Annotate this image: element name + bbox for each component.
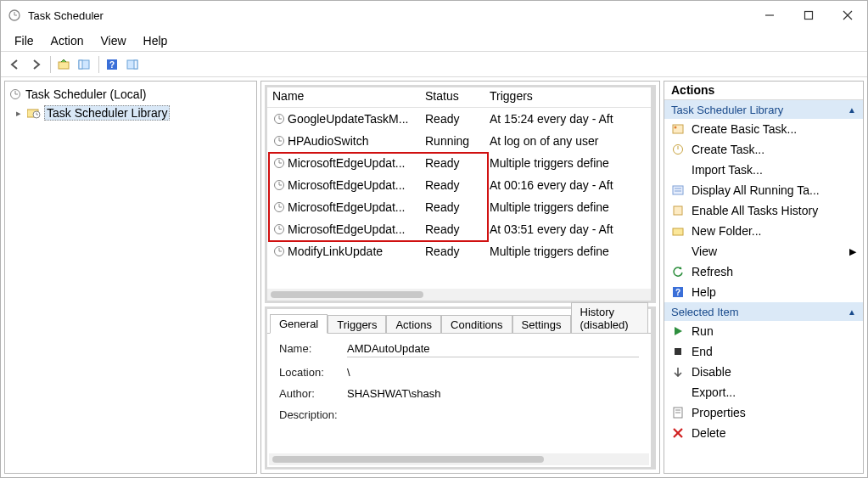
clock-icon: [272, 112, 286, 126]
value-name: AMDAutoUpdate: [347, 342, 639, 357]
minimize-button[interactable]: [750, 3, 789, 28]
body: Task Scheduler (Local) ▸ Task Scheduler …: [1, 77, 867, 477]
action-delete[interactable]: Delete: [664, 423, 863, 443]
svg-rect-49: [674, 206, 682, 215]
task-trigger: Multiple triggers define: [484, 200, 651, 214]
tab-settings[interactable]: Settings: [512, 315, 571, 334]
tab-general-body: Name: AMDAutoUpdate Location: \ Author: …: [267, 333, 651, 467]
svg-rect-46: [673, 186, 683, 194]
col-triggers[interactable]: Triggers: [484, 87, 651, 107]
hscrollbar[interactable]: [267, 289, 651, 301]
action-view[interactable]: View▶: [664, 241, 863, 261]
svg-rect-4: [805, 12, 813, 20]
action-display-running[interactable]: Display All Running Ta...: [664, 180, 863, 200]
center-pane: Name Status Triggers GoogleUpdateTaskM..…: [260, 81, 660, 474]
value-location: \: [347, 366, 639, 379]
svg-rect-13: [134, 60, 137, 69]
show-hide-tree-button[interactable]: [75, 55, 93, 74]
svg-text:?: ?: [675, 288, 680, 297]
action-properties[interactable]: Properties: [664, 402, 863, 423]
help-button[interactable]: ?: [103, 55, 121, 74]
value-description: [347, 408, 639, 421]
label-description: Description:: [279, 408, 347, 421]
maximize-button[interactable]: [789, 3, 828, 28]
menu-action[interactable]: Action: [42, 31, 92, 50]
task-row[interactable]: ModifyLinkUpdateReadyMultiple triggers d…: [267, 240, 651, 262]
clock-icon: [272, 222, 286, 236]
close-button[interactable]: [828, 3, 867, 28]
actions-group-library[interactable]: Task Scheduler Library ▲: [664, 100, 863, 119]
svg-rect-53: [675, 348, 681, 355]
history-icon: [671, 204, 685, 217]
forward-button[interactable]: [26, 55, 45, 74]
actions-pane: Actions Task Scheduler Library ▲ Create …: [664, 81, 864, 474]
tree-root-label: Task Scheduler (Local): [25, 87, 146, 101]
help-icon: ?: [671, 285, 685, 299]
task-row[interactable]: MicrosoftEdgeUpdat...ReadyMultiple trigg…: [267, 152, 651, 174]
svg-rect-9: [79, 60, 82, 69]
collapse-icon: ▲: [848, 105, 856, 115]
detail-hscrollbar[interactable]: [269, 453, 649, 465]
action-refresh[interactable]: Refresh: [664, 261, 863, 282]
menu-file[interactable]: File: [6, 31, 42, 50]
menu-help[interactable]: Help: [135, 31, 176, 50]
detail-panel: General Triggers Actions Conditions Sett…: [265, 306, 656, 470]
task-list-header: Name Status Triggers: [267, 87, 651, 108]
menu-view[interactable]: View: [92, 31, 134, 50]
tab-conditions[interactable]: Conditions: [441, 315, 512, 334]
disable-icon: [671, 365, 685, 379]
tree-library[interactable]: ▸ Task Scheduler Library: [8, 104, 253, 122]
detail-tabs: General Triggers Actions Conditions Sett…: [267, 309, 651, 333]
task-status: Ready: [420, 200, 484, 214]
collapse-icon: ▲: [848, 307, 856, 317]
task-row[interactable]: MicrosoftEdgeUpdat...ReadyAt 03:51 every…: [267, 218, 651, 240]
window-title: Task Scheduler: [28, 9, 104, 22]
task-trigger: At log on of any user: [484, 134, 651, 148]
task-trigger: At 03:51 every day - Aft: [484, 222, 651, 236]
action-end[interactable]: End: [664, 341, 863, 362]
action-export[interactable]: Export...: [664, 382, 863, 402]
col-status[interactable]: Status: [420, 87, 484, 107]
svg-rect-42: [673, 125, 683, 133]
action-disable[interactable]: Disable: [664, 362, 863, 382]
task-name: ModifyLinkUpdate: [288, 245, 383, 258]
app-icon: [8, 8, 21, 22]
task-trigger: At 15:24 every day - Aft: [484, 112, 651, 126]
action-enable-history[interactable]: Enable All Tasks History: [664, 200, 863, 221]
label-author: Author:: [279, 387, 347, 400]
tree-root[interactable]: Task Scheduler (Local): [8, 85, 253, 104]
show-hide-action-button[interactable]: [123, 55, 142, 74]
expand-icon[interactable]: ▸: [14, 108, 24, 119]
clock-icon: [272, 245, 286, 258]
tab-actions[interactable]: Actions: [386, 315, 441, 334]
tab-general[interactable]: General: [270, 314, 328, 334]
task-status: Ready: [420, 112, 484, 126]
col-name[interactable]: Name: [267, 87, 420, 107]
task-row[interactable]: HPAudioSwitchRunningAt log on of any use…: [267, 130, 651, 152]
task-scheduler-window: Task Scheduler File Action View Help ? T…: [0, 0, 868, 478]
tree-library-label: Task Scheduler Library: [44, 105, 170, 121]
task-status: Running: [420, 134, 484, 148]
svg-text:?: ?: [109, 60, 115, 70]
task-row[interactable]: MicrosoftEdgeUpdat...ReadyAt 00:16 every…: [267, 174, 651, 196]
task-row[interactable]: MicrosoftEdgeUpdat...ReadyMultiple trigg…: [267, 196, 651, 218]
action-create-basic-task[interactable]: Create Basic Task...: [664, 119, 863, 139]
task-row[interactable]: GoogleUpdateTaskM...ReadyAt 15:24 every …: [267, 108, 651, 130]
back-button[interactable]: [6, 55, 25, 74]
action-help[interactable]: ?Help: [664, 282, 863, 302]
task-trigger: At 00:16 every day - Aft: [484, 178, 651, 192]
label-name: Name:: [279, 342, 347, 357]
tab-history[interactable]: History (disabled): [571, 302, 648, 334]
action-new-folder[interactable]: New Folder...: [664, 221, 863, 241]
folder-clock-icon: [27, 106, 41, 120]
action-run[interactable]: Run: [664, 321, 863, 341]
tab-triggers[interactable]: Triggers: [328, 315, 386, 334]
actions-group-selected[interactable]: Selected Item ▲: [664, 302, 863, 321]
label-location: Location:: [279, 366, 347, 379]
up-button[interactable]: [54, 55, 73, 74]
task-status: Ready: [420, 156, 484, 170]
action-import-task[interactable]: Import Task...: [664, 160, 863, 180]
action-create-task[interactable]: Create Task...: [664, 139, 863, 160]
folder-icon: [671, 224, 685, 238]
task-name: MicrosoftEdgeUpdat...: [288, 178, 406, 192]
